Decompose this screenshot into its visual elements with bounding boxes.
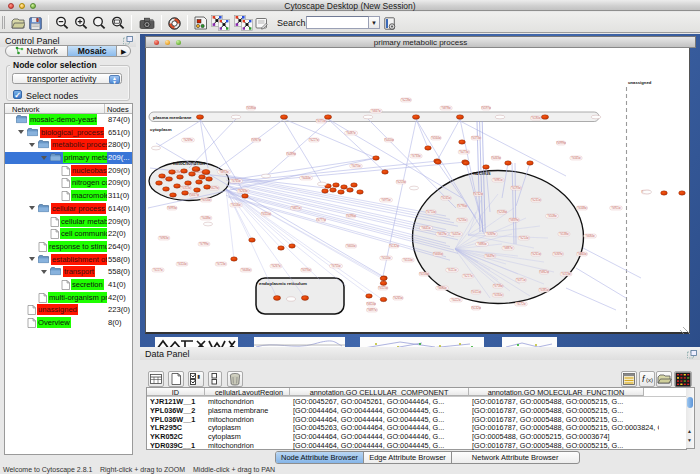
svg-text:Yk847w: Yk847w — [371, 109, 381, 113]
svg-text:Yk684w: Yk684w — [585, 234, 595, 238]
svg-text:Yk448w: Yk448w — [201, 216, 211, 220]
svg-text:Yk951w: Yk951w — [611, 206, 621, 210]
svg-text:Yk508w: Yk508w — [547, 214, 557, 218]
svg-text:Yk796w: Yk796w — [457, 204, 467, 208]
svg-text:Yk821w: Yk821w — [291, 206, 301, 210]
svg-text:Yk396w: Yk396w — [346, 214, 356, 218]
svg-text:Yk887w: Yk887w — [503, 246, 513, 250]
svg-text:(x): (x) — [646, 377, 653, 383]
svg-text:Yk193w: Yk193w — [511, 186, 521, 190]
svg-text:Yk611w: Yk611w — [471, 290, 480, 294]
svg-text:Yk680w: Yk680w — [437, 286, 447, 290]
svg-text:Yk157w: Yk157w — [153, 268, 163, 272]
svg-text:Yk370w: Yk370w — [316, 119, 326, 123]
svg-text:Yk217w: Yk217w — [463, 274, 473, 278]
svg-text:Yk241w: Yk241w — [531, 198, 541, 202]
svg-text:Yk228w: Yk228w — [401, 98, 411, 102]
svg-text:Yk564w: Yk564w — [431, 136, 441, 140]
svg-text:Yk897w: Yk897w — [367, 308, 377, 312]
svg-text:Yk256w: Yk256w — [457, 218, 467, 222]
svg-text:Yk348w: Yk348w — [577, 206, 587, 210]
svg-text:Yk733w: Yk733w — [411, 154, 421, 158]
svg-text:Yk862w: Yk862w — [539, 270, 549, 274]
svg-text:Yk324w: Yk324w — [177, 262, 187, 266]
svg-text:Yk473w: Yk473w — [459, 150, 469, 154]
svg-text:Yk334w: Yk334w — [493, 293, 503, 297]
svg-text:Yk963w: Yk963w — [159, 236, 169, 240]
svg-text:Yk269w: Yk269w — [183, 138, 193, 142]
svg-text:Yk132w: Yk132w — [389, 244, 399, 248]
svg-text:Yk487w: Yk487w — [346, 131, 356, 135]
svg-text:Yk597w: Yk597w — [481, 106, 491, 110]
svg-text:Yk180w: Yk180w — [531, 116, 541, 120]
svg-text:Yk172w: Yk172w — [516, 302, 526, 306]
svg-text:Yk649w: Yk649w — [485, 254, 495, 258]
svg-text:Yk873w: Yk873w — [219, 170, 229, 174]
svg-text:Yk316w: Yk316w — [201, 198, 211, 202]
svg-text:Yk369w: Yk369w — [553, 252, 563, 256]
svg-text:Yk742w: Yk742w — [473, 192, 483, 196]
svg-text:Yk765w: Yk765w — [231, 179, 241, 183]
svg-text:Yk132w: Yk132w — [471, 306, 481, 310]
svg-text:▮: ▮ — [198, 373, 201, 379]
svg-text:Yk600w: Yk600w — [346, 244, 356, 248]
svg-text:Yk371w: Yk371w — [516, 278, 526, 282]
svg-text:Yk646w: Yk646w — [241, 268, 251, 272]
svg-text:Yk316w: Yk316w — [419, 272, 429, 276]
svg-text:mitochondrion: mitochondrion — [173, 161, 205, 166]
svg-text:Yk463w: Yk463w — [491, 156, 501, 160]
svg-text:Yk799w: Yk799w — [199, 242, 209, 246]
svg-text:Yk470w: Yk470w — [351, 164, 361, 168]
svg-text:Yk666w: Yk666w — [433, 252, 443, 256]
svg-text:cytoplasm: cytoplasm — [150, 126, 172, 131]
svg-text:Yk444w: Yk444w — [301, 176, 311, 180]
svg-text:Yk261w: Yk261w — [531, 252, 541, 256]
svg-text:Yk345w: Yk345w — [571, 156, 581, 160]
svg-text:Yk967w: Yk967w — [251, 138, 261, 142]
svg-text:Yk400w: Yk400w — [384, 138, 394, 142]
svg-text:Yk376w: Yk376w — [301, 268, 311, 272]
svg-text:Yk106w: Yk106w — [231, 203, 241, 207]
svg-text:Yk993w: Yk993w — [167, 206, 177, 210]
svg-text:Yk586w: Yk586w — [246, 106, 256, 110]
svg-text:Yk100w: Yk100w — [381, 256, 391, 260]
svg-text:Yk369w: Yk369w — [486, 232, 496, 236]
svg-text:Yk880w: Yk880w — [477, 242, 487, 246]
svg-text:Yk839w: Yk839w — [509, 218, 519, 222]
svg-text:Yk319w: Yk319w — [561, 272, 571, 276]
svg-text:Yk510w: Yk510w — [403, 258, 413, 262]
svg-text:Yk758w: Yk758w — [493, 284, 503, 288]
svg-text:Yk320w: Yk320w — [261, 212, 271, 216]
svg-text:Yk755w: Yk755w — [331, 264, 341, 268]
svg-text:Yk824w: Yk824w — [366, 302, 376, 306]
svg-text:Yk214w: Yk214w — [519, 236, 529, 240]
svg-text:Yk667w: Yk667w — [189, 193, 199, 197]
svg-text:Yk111w: Yk111w — [447, 268, 456, 272]
svg-text:endoplasmic reticulum: endoplasmic reticulum — [259, 280, 307, 285]
svg-text:Yk619w: Yk619w — [437, 232, 447, 236]
svg-text:Yk325w: Yk325w — [378, 286, 388, 290]
svg-text:Yk981w: Yk981w — [493, 178, 503, 182]
svg-text:Yk999w: Yk999w — [556, 141, 566, 145]
svg-text:Yk422w: Yk422w — [451, 298, 461, 302]
svg-text:Yk267w: Yk267w — [271, 264, 281, 268]
svg-text:Yk353w: Yk353w — [181, 186, 191, 190]
svg-text:Yk227w: Yk227w — [309, 138, 319, 142]
svg-text:Yk777w: Yk777w — [316, 218, 326, 222]
svg-text:Yk165w: Yk165w — [441, 196, 451, 200]
svg-text:Yk265w: Yk265w — [393, 296, 403, 300]
svg-text:Yk405w: Yk405w — [451, 232, 461, 236]
svg-text:plasma membrane: plasma membrane — [153, 114, 192, 119]
svg-text:Yk629w: Yk629w — [209, 186, 219, 190]
svg-text:Yk208w: Yk208w — [497, 210, 507, 214]
svg-text:nucleus: nucleus — [473, 170, 491, 175]
svg-text:Yk263w: Yk263w — [238, 189, 248, 193]
svg-text:Yk373w: Yk373w — [471, 136, 481, 140]
svg-text:Yk723w: Yk723w — [216, 262, 226, 266]
svg-text:Yk489w: Yk489w — [286, 152, 296, 156]
svg-text:Yk385w: Yk385w — [539, 288, 549, 292]
svg-text:Yk840w: Yk840w — [577, 252, 587, 256]
svg-text:Yk203w: Yk203w — [396, 180, 406, 184]
svg-text:Yk975w: Yk975w — [381, 198, 391, 202]
svg-text:Yk710w: Yk710w — [426, 210, 436, 214]
